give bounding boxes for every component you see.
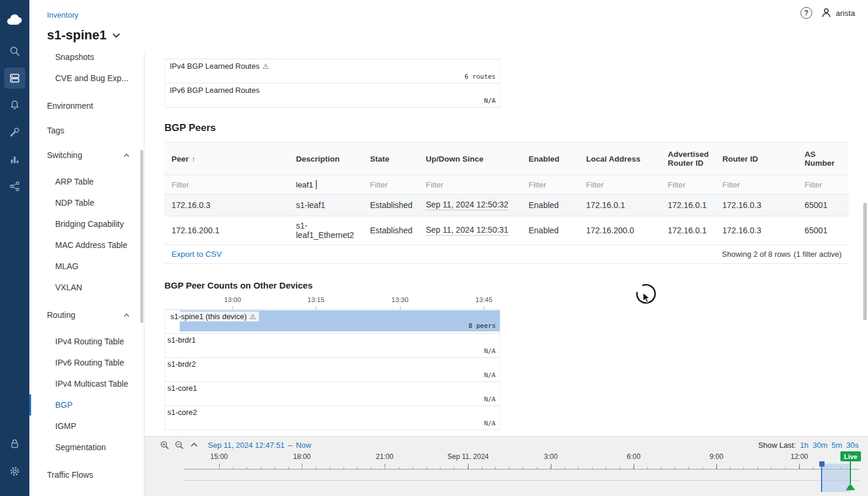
cell-local-address: 172.16.0.1	[579, 195, 661, 216]
sidebar-item-cve-and-bug[interactable]: CVE and Bug Exp...	[29, 68, 144, 89]
range-start-handle[interactable]	[821, 464, 822, 492]
column-header-as-number[interactable]: AS Number	[798, 143, 849, 175]
rail-search-button[interactable]	[4, 41, 25, 62]
axis-tick-label: 21:00	[376, 453, 393, 461]
sidebar-item-tags[interactable]: Tags	[29, 120, 144, 141]
chevron-up-icon	[123, 313, 130, 317]
cell-updown-since[interactable]: Sep 11, 2024 12:50:31	[426, 225, 509, 236]
column-header-advertised-router-id[interactable]: Advertised Router ID	[661, 143, 715, 175]
cell-peer: 172.16.0.3	[164, 195, 289, 216]
sidebar-item-bridging-capability[interactable]: Bridging Capability	[29, 213, 144, 234]
table-row[interactable]: 172.16.0.3 s1-leaf1 Established Sep 11, …	[164, 195, 849, 216]
sidebar-item-bgp[interactable]: BGP	[29, 394, 144, 415]
axis-tick-label: 12:00	[790, 453, 808, 461]
zoom-in-icon	[160, 440, 170, 450]
sidebar-item-traffic-flows[interactable]: Traffic Flows	[29, 464, 144, 485]
sidebar-item-vxlan[interactable]: VXLAN	[29, 277, 144, 298]
column-header-description[interactable]: Description	[289, 143, 363, 175]
sidebar-item-ipv4-routing-table[interactable]: IPv4 Routing Table	[29, 331, 144, 352]
sidebar-scrollbar[interactable]	[140, 150, 143, 323]
device-title-switcher[interactable]: s1-spine1	[47, 28, 120, 43]
rail-inventory-button[interactable]	[4, 68, 25, 89]
sidebar-section-switching[interactable]: Switching	[29, 145, 144, 166]
zoom-out-button[interactable]	[174, 440, 184, 450]
chart-row-s1-core2[interactable]: s1-core2 N/A	[164, 406, 500, 430]
live-edge-marker	[850, 461, 851, 484]
filter-input-router-id[interactable]	[722, 180, 790, 189]
learned-routes-row-ipv4[interactable]: IPv4 BGP Learned Routes ⚠ 6 routes	[165, 59, 500, 83]
live-badge[interactable]: Live	[840, 451, 861, 461]
filter-input-local-address[interactable]	[586, 180, 654, 189]
chart-row-s1-core1[interactable]: s1-core1 N/A	[164, 382, 500, 406]
live-position-arrow[interactable]	[846, 484, 855, 490]
nav-rail	[0, 0, 29, 496]
main-scrollbar[interactable]	[863, 203, 867, 320]
user-icon	[820, 7, 832, 19]
chart-row-s1-spine1[interactable]: s1-spine1 (this device) ⚠ 8 peers	[164, 310, 500, 334]
learned-routes-row-ipv6[interactable]: IPv6 BGP Learned Routes N/A	[165, 83, 500, 108]
devices-icon	[9, 72, 21, 84]
main-content: IPv4 BGP Learned Routes ⚠ 6 routes IPv6 …	[144, 53, 868, 436]
column-header-state[interactable]: State	[363, 143, 419, 175]
filter-input-description[interactable]	[296, 180, 356, 189]
sidebar-item-mac-address-table[interactable]: MAC Address Table	[29, 234, 144, 256]
help-button[interactable]: ?	[800, 7, 812, 19]
arista-cloud-logo[interactable]	[0, 9, 29, 31]
column-header-peer[interactable]: Peer ↑	[164, 143, 289, 175]
zoom-in-button[interactable]	[159, 440, 170, 450]
warning-icon: ⚠	[263, 62, 269, 71]
cell-state: Established	[363, 195, 419, 216]
rail-lock-button[interactable]	[4, 433, 25, 454]
user-menu[interactable]: arista	[820, 7, 855, 19]
export-csv-link[interactable]: Export to CSV	[171, 250, 222, 259]
cloud-logo-icon	[6, 14, 23, 26]
filter-input-state[interactable]	[370, 180, 412, 189]
mouse-cursor	[642, 292, 653, 306]
cell-as-number: 65001	[798, 195, 849, 216]
search-icon	[9, 45, 21, 57]
axis-tick-mark	[316, 306, 317, 309]
sidebar-item-environment[interactable]: Environment	[29, 95, 144, 116]
sidebar-item-snapshots[interactable]: Snapshots	[29, 53, 144, 68]
help-glyph: ?	[804, 9, 808, 17]
rail-metrics-button[interactable]	[4, 149, 25, 170]
wrench-icon	[9, 126, 21, 138]
rail-provisioning-button[interactable]	[4, 122, 25, 143]
cell-updown-since[interactable]: Sep 11, 2024 12:50:32	[426, 200, 509, 210]
sidebar-item-ndp-table[interactable]: NDP Table	[29, 192, 144, 213]
sidebar-item-arp-table[interactable]: ARP Table	[29, 171, 144, 192]
column-header-updown-since[interactable]: Up/Down Since	[419, 143, 522, 175]
sidebar-item-igmp[interactable]: IGMP	[29, 415, 144, 437]
filter-input-updown-since[interactable]	[426, 180, 514, 189]
topology-icon	[9, 180, 21, 192]
filter-input-enabled[interactable]	[529, 180, 572, 189]
axis-tick-label: 9:00	[709, 453, 723, 461]
gear-icon	[9, 465, 21, 477]
cell-router-id: 172.16.0.3	[715, 195, 798, 216]
chart-row-s1-brdr2[interactable]: s1-brdr2 N/A	[164, 358, 500, 382]
filter-input-advertised-router-id[interactable]	[668, 180, 708, 189]
sidebar-item-ipv4-multicast-table[interactable]: IPv4 Multicast Table	[29, 373, 144, 394]
device-label: s1-core2	[167, 408, 197, 417]
warning-icon: ⚠	[250, 313, 256, 321]
axis-tick-label: 13:45	[476, 296, 493, 303]
row-label: IPv4 BGP Learned Routes	[170, 62, 260, 71]
chart-row-s1-brdr1[interactable]: s1-brdr1 N/A	[164, 334, 500, 358]
filter-input-as-number[interactable]	[805, 180, 842, 189]
rail-settings-button[interactable]	[4, 461, 25, 482]
sidebar-item-mlag[interactable]: MLAG	[29, 256, 144, 277]
range-start-handle-grip[interactable]	[819, 461, 825, 467]
sidebar-item-segmentation[interactable]: Segmentation	[29, 437, 144, 458]
breadcrumb-inventory[interactable]: Inventory	[47, 11, 78, 19]
column-header-enabled[interactable]: Enabled	[522, 143, 579, 175]
table-row[interactable]: 172.16.200.1 s1-leaf1_Ethernet2 Establis…	[164, 216, 849, 245]
rail-topology-button[interactable]	[4, 176, 25, 197]
sidebar-section-routing[interactable]: Routing	[29, 304, 144, 326]
timeline-axis[interactable]: 15:00 18:00 21:00 Sep 11, 2024 3:00 6:00…	[184, 437, 859, 496]
filter-input-peer[interactable]	[171, 180, 282, 189]
column-header-router-id[interactable]: Router ID	[715, 143, 798, 175]
sidebar-item-ipv6-routing-table[interactable]: IPv6 Routing Table	[29, 352, 144, 373]
cell-advertised-router-id: 172.16.0.1	[661, 195, 715, 216]
rail-events-button[interactable]	[4, 95, 25, 116]
column-header-local-address[interactable]: Local Address	[579, 143, 661, 175]
